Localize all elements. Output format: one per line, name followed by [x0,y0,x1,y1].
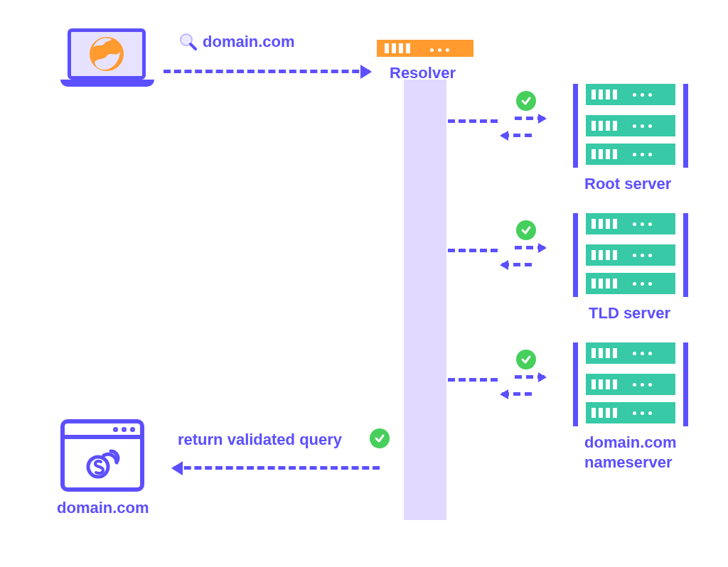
site-logo-icon [82,447,122,480]
arrow-query [164,70,370,73]
nameserver-label-2: nameserver [584,453,673,472]
nameserver-icon [573,342,688,426]
root-server-label: Root server [584,175,671,193]
nameserver-label-1: domain.com [584,433,677,452]
check-icon [516,350,536,369]
connector-root [448,119,498,123]
resolver-icon [377,40,473,57]
laptop-icon [60,28,153,92]
svg-line-2 [191,44,196,49]
globe-icon [87,35,126,73]
search-icon [179,33,198,54]
root-server-icon [573,84,688,168]
browser-label: domain.com [57,499,149,517]
arrow-pair-root [502,114,559,142]
connector-ns [448,378,498,382]
arrow-pair-tld [502,243,559,271]
arrow-pair-ns [502,372,559,401]
check-icon [370,428,390,448]
check-icon [516,220,536,240]
tld-server-icon [573,213,688,297]
arrow-return [173,466,380,470]
resolver-lifeline [404,80,446,520]
query-label: domain.com [203,33,295,51]
resolver-label: Resolver [390,64,456,82]
tld-server-label: TLD server [589,304,670,323]
check-icon [516,91,536,111]
connector-tld [448,249,498,252]
browser-window-icon [60,419,144,492]
return-label: return validated query [178,431,342,449]
